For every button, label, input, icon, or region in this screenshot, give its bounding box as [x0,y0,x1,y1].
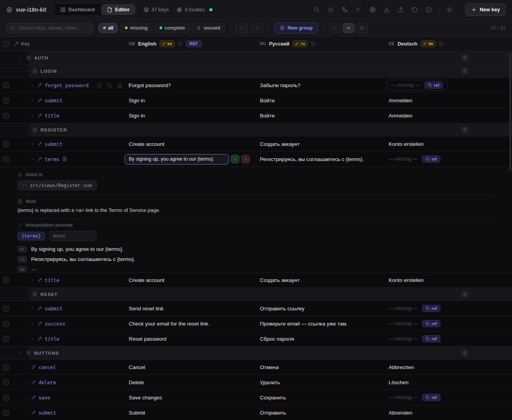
translation-value[interactable]: Сброс пароля [258,336,294,342]
row-checkbox[interactable] [3,141,9,147]
key-cell[interactable]: title [12,113,126,119]
translation-value[interactable]: Submit [126,410,145,416]
translation-value[interactable]: Создать аккаунт [258,277,300,283]
translation-value[interactable]: Delete [126,380,144,385]
translation-value[interactable]: Войти [258,98,275,103]
translation-value[interactable]: Konto erstellen [386,141,424,147]
key-name[interactable]: title [45,277,60,283]
translation-value[interactable]: Löschen [386,380,409,385]
search-input[interactable] [18,25,89,31]
translation-value[interactable]: Отправить ссылку [258,306,305,312]
translation-value[interactable]: Забыли пароль? [258,82,300,88]
key-name[interactable]: terms [45,156,60,162]
translation-value[interactable]: Отправить [258,410,286,416]
variable-value-input[interactable] [49,231,96,241]
key-cell[interactable]: terms [12,156,126,162]
search-button[interactable] [311,4,323,16]
density-line-3-button[interactable] [356,23,368,33]
row-checkbox[interactable] [3,336,9,342]
key-name[interactable]: submit [45,98,62,103]
translation-edit-input[interactable] [124,154,229,164]
key-cell[interactable]: forgot_password [12,82,126,88]
translation-value[interactable]: Create account [126,141,165,147]
translation-value[interactable]: Forgot password? [126,82,171,88]
translation-value[interactable]: Absenden [386,410,412,416]
ref-fill-button[interactable]: ref [422,394,440,401]
key-cell[interactable]: submit [12,410,126,416]
missing-cell[interactable]: — missing —ref [389,335,440,342]
expand-all-button[interactable] [251,23,263,33]
key-name[interactable]: submit [45,306,62,312]
filter-chip-complete[interactable]: complete [155,23,190,33]
missing-cell[interactable]: — missing —ref [389,320,440,327]
key-cell[interactable]: save [12,395,126,401]
key-name[interactable]: cancel [39,364,56,370]
key-cell[interactable]: submit [12,141,126,147]
density-line-1-button[interactable] [330,23,341,33]
row-checkbox[interactable] [3,364,9,370]
filter-chip-all[interactable]: all [98,23,118,33]
missing-cell[interactable]: — missing —ref [386,80,447,91]
download-button[interactable] [381,4,393,16]
rows-button[interactable] [325,4,337,16]
row-checkbox[interactable] [3,277,9,283]
translation-value[interactable]: Создать аккаунт [258,141,300,147]
copy-column-button[interactable] [311,41,316,46]
row-checkbox[interactable] [3,98,9,103]
translation-value[interactable]: Create account [126,277,165,283]
ref-fill-button[interactable]: ref [422,156,440,163]
key-cell[interactable]: title [12,336,126,342]
group-row-auth[interactable]: AUTH9 [0,51,512,65]
key-name[interactable]: success [45,321,65,327]
density-line-2-button[interactable] [343,23,354,33]
translation-value[interactable]: Anmelden [386,98,412,103]
group-row-reset[interactable]: RESET3 [0,288,512,301]
filter-chip-unused[interactable]: unused [192,23,225,33]
info-button[interactable] [423,4,435,16]
cancel-edit-button[interactable] [241,155,250,163]
row-checkbox[interactable] [3,410,9,416]
translation-value[interactable]: Войти [258,113,275,119]
key-name[interactable]: title [45,336,60,342]
key-name[interactable]: save [39,395,50,401]
translation-value[interactable]: Reset password [126,336,167,342]
search-box[interactable] [6,23,93,33]
copy-column-button[interactable] [178,41,183,46]
translation-value[interactable]: Sign in [126,98,145,103]
undo-button[interactable] [409,4,421,16]
row-checkbox[interactable] [3,395,9,401]
key-cell[interactable]: submit [12,98,126,103]
note-action-button[interactable] [117,83,122,88]
key-name[interactable]: title [45,113,60,119]
translation-value[interactable]: Check your email for the reset link. [126,321,210,327]
filter-button[interactable] [353,4,365,16]
ref-fill-button[interactable]: ref [424,82,442,89]
key-cell[interactable]: success [12,321,126,327]
new-key-button[interactable]: New key [465,4,506,16]
tab-dashboard[interactable]: Dashboard [55,5,100,14]
group-row-login[interactable]: LOGIN3 [0,65,512,78]
ref-fill-button[interactable]: ref [422,320,440,327]
translation-value[interactable]: Sign in [126,113,145,119]
missing-cell[interactable]: — missing —ref [389,156,440,163]
translation-value[interactable]: Cancel [126,364,145,370]
upload-button[interactable] [395,4,407,16]
filter-chip-missing[interactable]: missing [120,23,152,33]
select-all-checkbox[interactable] [3,41,9,47]
usage-file-chip[interactable]: src/views/Register.vue [18,180,97,190]
key-cell[interactable]: submit [12,306,126,312]
group-row-buttons[interactable]: BUTTONS4 [0,346,512,360]
translation-value[interactable]: Сохранить [258,395,286,401]
row-checkbox[interactable] [3,156,9,162]
key-name[interactable]: forgot_password [45,82,89,88]
row-checkbox[interactable] [3,306,9,312]
ref-fill-button[interactable]: ref [422,335,440,342]
key-name[interactable]: delete [39,380,56,385]
tab-editor[interactable]: Editor [102,5,135,14]
globe-button[interactable] [367,4,379,16]
translation-value[interactable]: Save changes [126,395,162,401]
row-checkbox[interactable] [3,113,9,119]
translation-value[interactable]: Anmelden [386,113,412,119]
row-checkbox[interactable] [3,321,9,327]
translation-value[interactable]: Konto erstellen [386,277,424,283]
